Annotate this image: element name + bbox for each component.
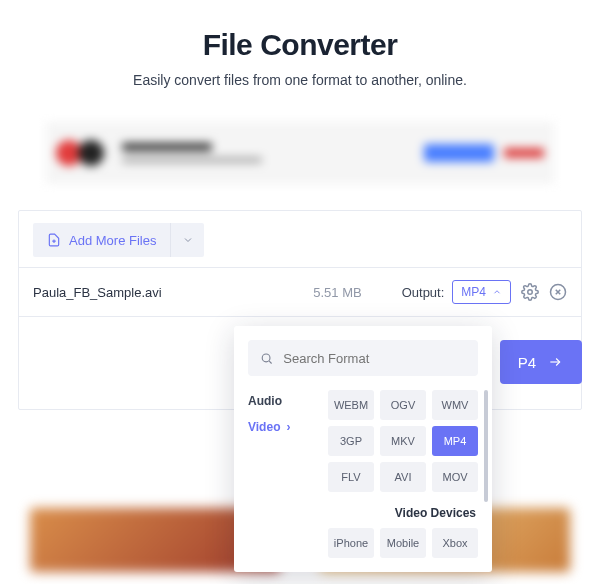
video-devices-label: Video Devices <box>316 506 478 520</box>
output-format-select[interactable]: MP4 <box>452 280 511 304</box>
format-wmv[interactable]: WMV <box>432 390 478 420</box>
add-more-files-dropdown[interactable] <box>170 223 204 257</box>
remove-file-icon[interactable] <box>549 283 567 301</box>
format-search[interactable] <box>248 340 478 376</box>
search-icon <box>260 351 273 366</box>
svg-line-4 <box>269 361 271 363</box>
svg-point-3 <box>262 354 270 362</box>
device-grid: iPhone Mobile Xbox <box>316 528 478 558</box>
format-search-input[interactable] <box>283 351 466 366</box>
device-mobile[interactable]: Mobile <box>380 528 426 558</box>
chevron-down-icon <box>182 234 194 246</box>
category-video[interactable]: Video <box>248 420 316 434</box>
add-more-files-button[interactable]: Add More Files <box>33 223 170 257</box>
format-3gp[interactable]: 3GP <box>328 426 374 456</box>
page-title: File Converter <box>0 28 600 62</box>
file-size: 5.51 MB <box>313 285 401 300</box>
output-label: Output: <box>402 285 445 300</box>
file-row: Paula_FB_Sample.avi 5.51 MB Output: MP4 <box>19 267 581 317</box>
convert-button[interactable]: P4 <box>500 340 582 384</box>
output-format-value: MP4 <box>461 285 486 299</box>
arrow-right-icon <box>546 355 564 369</box>
add-file-icon <box>47 232 61 248</box>
file-name: Paula_FB_Sample.avi <box>33 285 162 300</box>
settings-icon[interactable] <box>521 283 539 301</box>
scrollbar[interactable] <box>484 390 488 502</box>
category-audio[interactable]: Audio <box>248 394 316 408</box>
format-grid: WEBM OGV WMV 3GP MKV MP4 FLV AVI MOV <box>316 390 478 492</box>
format-ogv[interactable]: OGV <box>380 390 426 420</box>
format-mkv[interactable]: MKV <box>380 426 426 456</box>
format-flv[interactable]: FLV <box>328 462 374 492</box>
format-webm[interactable]: WEBM <box>328 390 374 420</box>
ad-banner[interactable] <box>46 122 554 184</box>
device-iphone[interactable]: iPhone <box>328 528 374 558</box>
svg-point-0 <box>528 290 533 295</box>
format-mov[interactable]: MOV <box>432 462 478 492</box>
add-more-files: Add More Files <box>33 223 204 257</box>
format-avi[interactable]: AVI <box>380 462 426 492</box>
format-dropdown: Audio Video WEBM OGV WMV 3GP MKV MP4 FLV… <box>234 326 492 572</box>
format-mp4[interactable]: MP4 <box>432 426 478 456</box>
add-more-files-label: Add More Files <box>69 233 156 248</box>
format-category-list: Audio Video <box>248 390 316 558</box>
chevron-up-icon <box>492 287 502 297</box>
page-subtitle: Easily convert files from one format to … <box>0 72 600 88</box>
convert-button-label: P4 <box>518 354 536 371</box>
device-xbox[interactable]: Xbox <box>432 528 478 558</box>
